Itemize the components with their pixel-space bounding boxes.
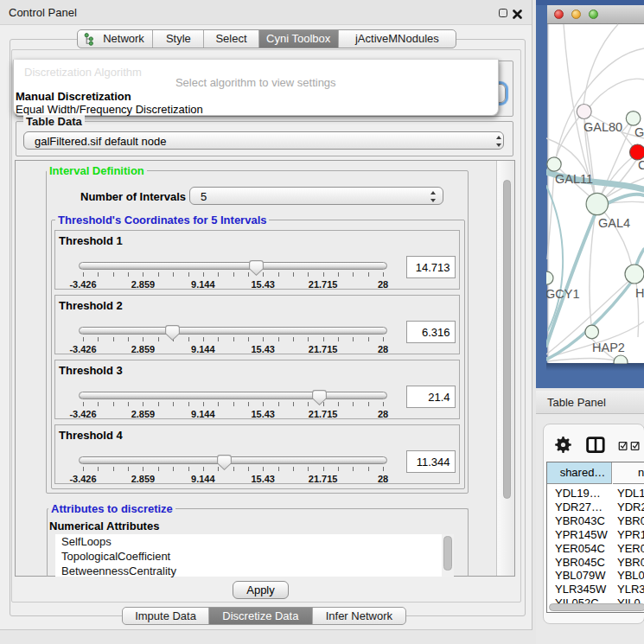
svg-text:GA: GA bbox=[634, 125, 644, 139]
svg-text:C: C bbox=[638, 158, 644, 172]
svg-text:GAL4: GAL4 bbox=[598, 216, 630, 230]
svg-text:GAL11: GAL11 bbox=[555, 172, 593, 186]
svg-text:HAP2: HAP2 bbox=[592, 341, 625, 354]
svg-text:GCY1: GCY1 bbox=[546, 287, 580, 301]
svg-text:GAL80: GAL80 bbox=[583, 120, 622, 134]
svg-text:H: H bbox=[635, 286, 644, 300]
